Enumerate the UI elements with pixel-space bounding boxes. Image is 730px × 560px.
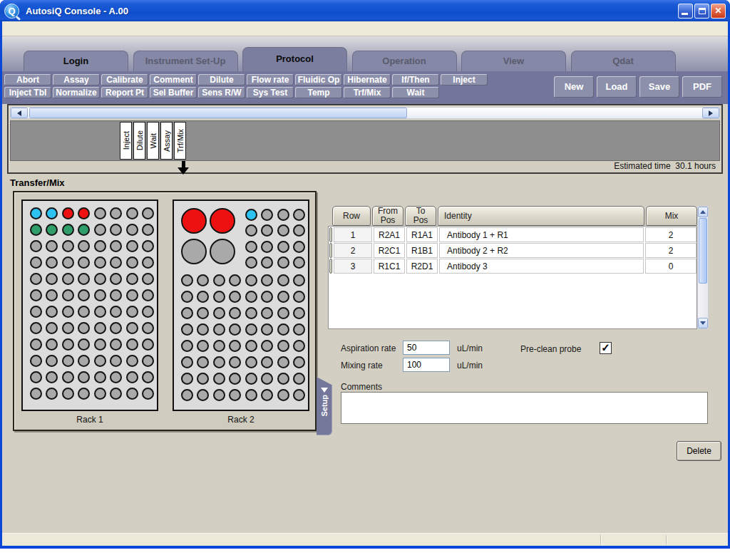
- well[interactable]: [78, 306, 90, 318]
- well[interactable]: [181, 291, 193, 303]
- well[interactable]: [110, 289, 122, 301]
- toolbar-button-sys-test[interactable]: Sys Test: [247, 87, 294, 98]
- minimize-button[interactable]: [678, 4, 693, 19]
- well[interactable]: [181, 389, 193, 401]
- preclean-probe-checkbox[interactable]: ✓: [600, 342, 612, 354]
- toolbar-button-sel-buffer[interactable]: Sel Buffer: [150, 87, 197, 98]
- toolbar-button-report-pt[interactable]: Report Pt: [101, 87, 148, 98]
- well[interactable]: [181, 373, 193, 385]
- well[interactable]: [245, 356, 257, 368]
- well[interactable]: [293, 356, 305, 368]
- well[interactable]: [110, 306, 122, 318]
- scroll-right-button[interactable]: [702, 108, 719, 118]
- well[interactable]: [181, 307, 193, 319]
- file-button-load[interactable]: Load: [597, 76, 637, 98]
- titlebar[interactable]: Q AutosiQ Console - A.00 ✕: [0, 0, 730, 21]
- well[interactable]: [261, 373, 273, 385]
- well[interactable]: [30, 273, 42, 285]
- file-button-save[interactable]: Save: [639, 76, 679, 98]
- toolbar-button-sens-r-w[interactable]: Sens R/W: [198, 87, 245, 98]
- well[interactable]: [277, 356, 289, 368]
- well[interactable]: [30, 338, 42, 351]
- well[interactable]: [62, 306, 74, 318]
- well[interactable]: [197, 356, 209, 368]
- table-row[interactable]: 2R2C1R1B1Antibody 2 + R22: [329, 243, 696, 258]
- aspiration-rate-input[interactable]: [403, 341, 450, 355]
- well[interactable]: [110, 273, 122, 285]
- file-button-pdf[interactable]: PDF: [682, 76, 722, 98]
- well[interactable]: [277, 224, 289, 237]
- well[interactable]: [30, 240, 42, 252]
- table-row[interactable]: 3R1C1R2D1Antibody 30: [329, 259, 696, 274]
- well[interactable]: [142, 338, 154, 351]
- well[interactable]: [126, 306, 138, 318]
- well[interactable]: [62, 322, 74, 334]
- well[interactable]: [261, 224, 273, 237]
- well[interactable]: [245, 241, 257, 253]
- well[interactable]: [78, 355, 90, 367]
- well[interactable]: [94, 224, 106, 236]
- well[interactable]: [181, 356, 193, 368]
- tab-operation[interactable]: Operation: [352, 51, 457, 71]
- well[interactable]: [277, 291, 289, 303]
- well[interactable]: [62, 355, 74, 367]
- well[interactable]: [142, 224, 154, 236]
- well[interactable]: [245, 323, 257, 336]
- toolbar-button-temp[interactable]: Temp: [295, 87, 342, 98]
- timeline-step-assay[interactable]: Assay: [160, 122, 173, 160]
- file-button-new[interactable]: New: [554, 76, 594, 98]
- tab-protocol[interactable]: Protocol: [242, 47, 347, 71]
- well[interactable]: [46, 338, 58, 351]
- well[interactable]: [126, 388, 138, 400]
- well[interactable]: [293, 373, 305, 385]
- well[interactable]: [277, 373, 289, 385]
- timeline-step-inject[interactable]: Inject: [120, 122, 132, 160]
- well[interactable]: [46, 207, 58, 219]
- well[interactable]: [78, 207, 90, 219]
- well[interactable]: [213, 340, 225, 352]
- well[interactable]: [142, 289, 154, 301]
- well[interactable]: [245, 256, 257, 269]
- well[interactable]: [245, 291, 257, 303]
- toolbar-button-calibrate[interactable]: Calibrate: [101, 74, 148, 85]
- well[interactable]: [110, 371, 122, 383]
- well[interactable]: [293, 241, 305, 253]
- well[interactable]: [126, 256, 138, 269]
- well[interactable]: [142, 322, 154, 334]
- well[interactable]: [213, 373, 225, 385]
- well[interactable]: [94, 355, 106, 367]
- table-header-mix[interactable]: Mix: [646, 206, 697, 226]
- well[interactable]: [46, 322, 58, 334]
- well[interactable]: [213, 307, 225, 319]
- well[interactable]: [213, 323, 225, 336]
- toolbar-button-comment[interactable]: Comment: [150, 74, 197, 85]
- well[interactable]: [78, 338, 90, 351]
- well[interactable]: [30, 322, 42, 334]
- timeline-scrollbar[interactable]: [10, 107, 720, 119]
- well[interactable]: [46, 388, 58, 400]
- well[interactable]: [142, 371, 154, 383]
- toolbar-button-dilute[interactable]: Dilute: [198, 74, 245, 85]
- scroll-down-button[interactable]: [698, 318, 708, 328]
- well[interactable]: [126, 322, 138, 334]
- well[interactable]: [229, 307, 241, 319]
- well[interactable]: [126, 289, 138, 301]
- well[interactable]: [181, 208, 207, 234]
- well[interactable]: [110, 240, 122, 252]
- well[interactable]: [245, 373, 257, 385]
- toolbar-button-wait[interactable]: Wait: [392, 87, 439, 98]
- well[interactable]: [277, 340, 289, 352]
- well[interactable]: [261, 307, 273, 319]
- well[interactable]: [62, 256, 74, 269]
- well[interactable]: [110, 207, 122, 219]
- well[interactable]: [213, 356, 225, 368]
- well[interactable]: [293, 291, 305, 303]
- scroll-up-button[interactable]: [698, 207, 708, 217]
- well[interactable]: [78, 240, 90, 252]
- well[interactable]: [94, 273, 106, 285]
- well[interactable]: [293, 256, 305, 269]
- well[interactable]: [110, 338, 122, 351]
- well[interactable]: [78, 273, 90, 285]
- well[interactable]: [30, 207, 42, 219]
- well[interactable]: [142, 256, 154, 269]
